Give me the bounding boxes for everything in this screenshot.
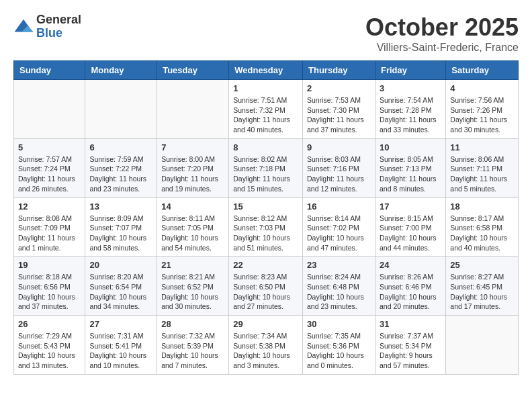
day-info: Sunrise: 7:32 AM Sunset: 5:39 PM Dayligh… (161, 331, 224, 371)
day-number: 11 (450, 142, 514, 152)
daylight-text: Daylight: 11 hours and 12 minutes. (307, 175, 364, 193)
calendar-cell: 17 Sunrise: 8:15 AM Sunset: 7:00 PM Dayl… (375, 197, 445, 257)
weekday-header: Wednesday (229, 61, 303, 80)
daylight-text: Daylight: 10 hours and 10 minutes. (89, 351, 146, 369)
calendar-cell: 13 Sunrise: 8:09 AM Sunset: 7:07 PM Dayl… (85, 197, 157, 257)
sunset-text: Sunset: 6:58 PM (450, 224, 502, 232)
day-info: Sunrise: 8:21 AM Sunset: 6:52 PM Dayligh… (161, 272, 224, 312)
location-text: Villiers-Saint-Frederic, France (365, 42, 519, 54)
calendar-cell: 23 Sunrise: 8:24 AM Sunset: 6:48 PM Dayl… (303, 257, 375, 316)
day-info: Sunrise: 8:14 AM Sunset: 7:02 PM Dayligh… (307, 214, 371, 253)
calendar-cell: 18 Sunrise: 8:17 AM Sunset: 6:58 PM Dayl… (446, 197, 519, 257)
daylight-text: Daylight: 10 hours and 58 minutes. (89, 234, 146, 252)
sunrise-text: Sunrise: 7:51 AM (233, 96, 287, 104)
day-info: Sunrise: 8:11 AM Sunset: 7:05 PM Dayligh… (161, 214, 224, 253)
day-info: Sunrise: 8:18 AM Sunset: 6:56 PM Dayligh… (18, 272, 81, 312)
calendar-cell: 7 Sunrise: 8:00 AM Sunset: 7:20 PM Dayli… (157, 138, 229, 197)
calendar-header-row: SundayMondayTuesdayWednesdayThursdayFrid… (14, 61, 519, 80)
day-number: 27 (89, 319, 152, 329)
daylight-text: Daylight: 10 hours and 30 minutes. (161, 293, 218, 311)
sunrise-text: Sunrise: 7:37 AM (380, 332, 433, 340)
day-info: Sunrise: 7:57 AM Sunset: 7:24 PM Dayligh… (18, 154, 81, 194)
calendar-cell: 15 Sunrise: 8:12 AM Sunset: 7:03 PM Dayl… (229, 197, 303, 257)
day-info: Sunrise: 8:12 AM Sunset: 7:03 PM Dayligh… (233, 214, 298, 253)
sunset-text: Sunset: 7:11 PM (450, 165, 502, 173)
sunset-text: Sunset: 7:00 PM (380, 224, 432, 232)
weekday-header: Monday (85, 61, 157, 80)
sunrise-text: Sunrise: 8:21 AM (161, 273, 215, 281)
day-number: 2 (307, 83, 371, 93)
sunrise-text: Sunrise: 8:17 AM (450, 214, 504, 222)
daylight-text: Daylight: 10 hours and 54 minutes. (161, 234, 218, 252)
weekday-header: Friday (375, 61, 445, 80)
daylight-text: Daylight: 11 hours and 26 minutes. (18, 175, 75, 193)
sunset-text: Sunset: 7:02 PM (307, 224, 359, 232)
calendar-cell: 24 Sunrise: 8:26 AM Sunset: 6:46 PM Dayl… (375, 257, 445, 316)
calendar-cell: 3 Sunrise: 7:54 AM Sunset: 7:28 PM Dayli… (375, 80, 445, 139)
sunset-text: Sunset: 7:16 PM (307, 165, 359, 173)
day-number: 20 (89, 260, 152, 270)
day-info: Sunrise: 7:56 AM Sunset: 7:26 PM Dayligh… (450, 95, 514, 135)
sunset-text: Sunset: 5:36 PM (307, 342, 359, 350)
weekday-header: Saturday (446, 61, 519, 80)
calendar-cell: 6 Sunrise: 7:59 AM Sunset: 7:22 PM Dayli… (85, 138, 157, 197)
sunrise-text: Sunrise: 8:00 AM (161, 155, 215, 163)
sunrise-text: Sunrise: 8:12 AM (233, 214, 287, 222)
daylight-text: Daylight: 10 hours and 27 minutes. (233, 293, 290, 311)
day-info: Sunrise: 8:00 AM Sunset: 7:20 PM Dayligh… (161, 154, 224, 194)
day-info: Sunrise: 8:02 AM Sunset: 7:18 PM Dayligh… (233, 154, 298, 194)
day-number: 25 (450, 260, 514, 270)
daylight-text: Daylight: 10 hours and 17 minutes. (450, 293, 507, 311)
day-number: 28 (161, 319, 224, 329)
sunrise-text: Sunrise: 8:09 AM (89, 214, 143, 222)
day-info: Sunrise: 8:26 AM Sunset: 6:46 PM Dayligh… (380, 272, 441, 312)
calendar-cell: 4 Sunrise: 7:56 AM Sunset: 7:26 PM Dayli… (446, 80, 519, 139)
sunrise-text: Sunrise: 8:23 AM (233, 273, 287, 281)
sunset-text: Sunset: 7:26 PM (450, 106, 502, 114)
sunset-text: Sunset: 5:34 PM (380, 342, 432, 350)
calendar-cell (157, 80, 229, 139)
day-info: Sunrise: 8:20 AM Sunset: 6:54 PM Dayligh… (89, 272, 152, 312)
month-title: October 2025 (365, 13, 519, 42)
day-number: 19 (18, 260, 81, 270)
sunset-text: Sunset: 7:03 PM (233, 224, 285, 232)
day-number: 1 (233, 83, 298, 93)
day-info: Sunrise: 8:06 AM Sunset: 7:11 PM Dayligh… (450, 154, 514, 194)
sunrise-text: Sunrise: 8:15 AM (380, 214, 433, 222)
day-number: 31 (380, 319, 441, 329)
daylight-text: Daylight: 10 hours and 40 minutes. (450, 234, 507, 252)
sunrise-text: Sunrise: 7:57 AM (18, 155, 72, 163)
day-info: Sunrise: 8:23 AM Sunset: 6:50 PM Dayligh… (233, 272, 298, 312)
sunrise-text: Sunrise: 8:03 AM (307, 155, 361, 163)
sunrise-text: Sunrise: 8:02 AM (233, 155, 287, 163)
page-header: General Blue October 2025 Villiers-Saint… (13, 13, 519, 54)
sunrise-text: Sunrise: 8:05 AM (380, 155, 433, 163)
calendar-week-row: 19 Sunrise: 8:18 AM Sunset: 6:56 PM Dayl… (14, 257, 519, 316)
calendar-cell: 31 Sunrise: 7:37 AM Sunset: 5:34 PM Dayl… (375, 316, 445, 375)
calendar-cell: 9 Sunrise: 8:03 AM Sunset: 7:16 PM Dayli… (303, 138, 375, 197)
daylight-text: Daylight: 10 hours and 0 minutes. (307, 351, 364, 369)
sunset-text: Sunset: 7:20 PM (161, 165, 214, 173)
sunset-text: Sunset: 6:56 PM (18, 283, 71, 291)
weekday-header: Sunday (14, 61, 85, 80)
sunrise-text: Sunrise: 8:08 AM (18, 214, 72, 222)
calendar-week-row: 12 Sunrise: 8:08 AM Sunset: 7:09 PM Dayl… (14, 197, 519, 257)
calendar-cell: 19 Sunrise: 8:18 AM Sunset: 6:56 PM Dayl… (14, 257, 85, 316)
calendar-cell: 11 Sunrise: 8:06 AM Sunset: 7:11 PM Dayl… (446, 138, 519, 197)
weekday-header: Thursday (303, 61, 375, 80)
calendar-table: SundayMondayTuesdayWednesdayThursdayFrid… (13, 60, 519, 375)
day-number: 9 (307, 142, 371, 152)
day-info: Sunrise: 7:51 AM Sunset: 7:32 PM Dayligh… (233, 95, 298, 135)
day-number: 26 (18, 319, 81, 329)
day-info: Sunrise: 8:08 AM Sunset: 7:09 PM Dayligh… (18, 214, 81, 253)
calendar-cell: 28 Sunrise: 7:32 AM Sunset: 5:39 PM Dayl… (157, 316, 229, 375)
day-number: 12 (18, 201, 81, 212)
day-info: Sunrise: 7:31 AM Sunset: 5:41 PM Dayligh… (89, 331, 152, 371)
calendar-cell: 20 Sunrise: 8:20 AM Sunset: 6:54 PM Dayl… (85, 257, 157, 316)
daylight-text: Daylight: 11 hours and 33 minutes. (380, 116, 437, 134)
sunset-text: Sunset: 7:30 PM (307, 106, 359, 114)
calendar-cell: 8 Sunrise: 8:02 AM Sunset: 7:18 PM Dayli… (229, 138, 303, 197)
logo-general-text: General (36, 13, 81, 27)
sunrise-text: Sunrise: 7:54 AM (380, 96, 433, 104)
day-number: 24 (380, 260, 441, 270)
